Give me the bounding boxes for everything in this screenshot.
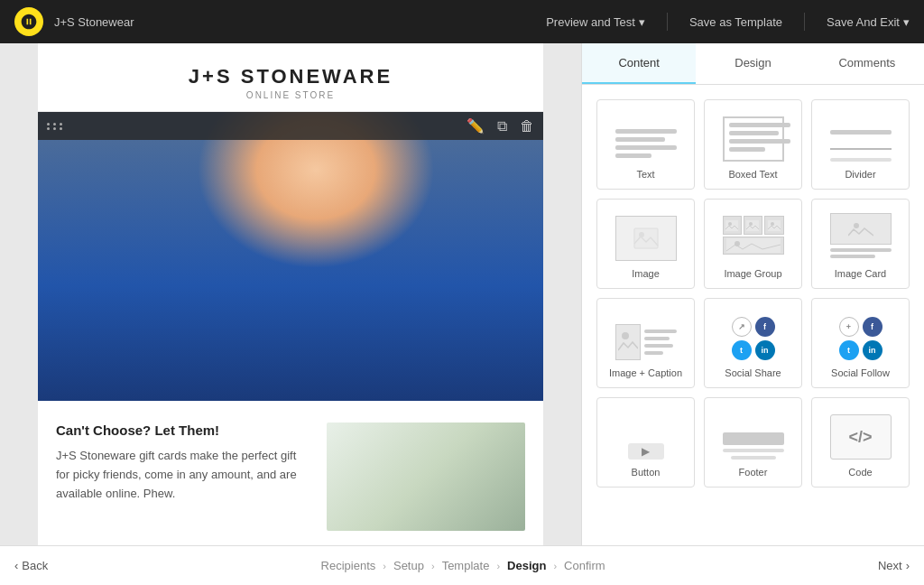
email-canvas: J+S STONEWARE ONLINE STORE ✏️ ⧉ 🗑	[38, 43, 543, 509]
image-caption-preview-icon	[615, 324, 677, 360]
save-and-exit-button[interactable]: Save And Exit ▾	[827, 15, 910, 29]
block-image-caption[interactable]: Image + Caption	[596, 298, 695, 388]
content-block: Can't Choose? Let Them! J+S Stoneware gi…	[38, 401, 543, 545]
progress-steps: Recipients › Setup › Template › Design ›…	[48, 559, 878, 572]
block-code[interactable]: </> Code	[811, 397, 910, 488]
tab-comments[interactable]: Comments	[810, 43, 924, 84]
divider-preview-icon	[830, 130, 892, 162]
step-template[interactable]: Template	[442, 559, 490, 572]
back-arrow-icon: ‹	[14, 559, 18, 572]
step-confirm[interactable]: Confirm	[564, 559, 605, 572]
main-area: J+S STONEWARE ONLINE STORE ✏️ ⧉ 🗑	[0, 43, 924, 545]
duplicate-icon[interactable]: ⧉	[497, 118, 507, 135]
nav-divider-2	[804, 13, 805, 31]
svg-point-7	[771, 222, 774, 226]
top-navigation: J+S Stonewear Preview and Test ▾ Save as…	[0, 0, 924, 43]
code-preview-icon: </>	[830, 414, 892, 460]
email-hero-image	[38, 112, 543, 401]
block-divider[interactable]: Divider	[811, 99, 910, 190]
block-text-label: Text	[636, 169, 654, 180]
block-footer[interactable]: Footer	[704, 397, 802, 488]
block-text[interactable]: Text	[596, 99, 695, 190]
chevron-down-icon-2: ▾	[903, 15, 910, 29]
content-blocks-grid: Text Boxed Text Divider	[582, 85, 924, 502]
step-design[interactable]: Design	[507, 559, 546, 572]
step-recipients[interactable]: Recipients	[321, 559, 376, 572]
text-preview-icon	[615, 129, 677, 162]
content-left: Can't Choose? Let Them! J+S Stoneware gi…	[56, 422, 309, 531]
svg-rect-10	[848, 219, 873, 239]
step-setup[interactable]: Setup	[393, 559, 424, 572]
block-social-share[interactable]: ↗ f t in Social Share	[704, 298, 802, 388]
block-boxed-text-label: Boxed Text	[728, 169, 777, 180]
email-brand-name: J+S STONEWARE	[38, 65, 543, 88]
block-button-label: Button	[632, 467, 661, 478]
image-block[interactable]: ✏️ ⧉ 🗑	[38, 112, 543, 401]
nav-divider	[667, 13, 668, 31]
svg-point-5	[749, 222, 753, 226]
block-image-card[interactable]: Image Card	[811, 199, 910, 289]
top-nav-actions: Preview and Test ▾ Save as Template Save…	[546, 13, 910, 31]
svg-point-3	[728, 222, 732, 226]
block-image-label: Image	[632, 268, 660, 279]
button-preview-icon: ▶	[615, 443, 677, 460]
block-image[interactable]: Image	[596, 199, 695, 289]
hero-image-bg	[38, 112, 543, 401]
email-canvas-area: J+S STONEWARE ONLINE STORE ✏️ ⧉ 🗑	[0, 43, 581, 545]
drag-handle[interactable]	[47, 123, 64, 130]
preview-and-test-button[interactable]: Preview and Test ▾	[546, 15, 645, 29]
block-image-group-label: Image Group	[724, 268, 781, 279]
email-header: J+S STONEWARE ONLINE STORE	[38, 43, 543, 112]
footer-preview-icon	[723, 432, 784, 460]
save-as-template-button[interactable]: Save as Template	[689, 15, 782, 29]
svg-point-13	[622, 332, 629, 339]
svg-rect-6	[768, 220, 781, 231]
panel-tabs: Content Design Comments	[582, 43, 924, 85]
mailchimp-logo	[14, 7, 43, 36]
image-card-preview-icon	[830, 213, 892, 261]
next-arrow-icon: ›	[906, 559, 910, 572]
step-arrow-1: ›	[383, 561, 386, 571]
image-preview-icon	[615, 216, 677, 261]
block-social-share-label: Social Share	[725, 367, 781, 378]
delete-icon[interactable]: 🗑	[520, 118, 534, 135]
block-boxed-text[interactable]: Boxed Text	[704, 99, 802, 190]
right-panel: Content Design Comments Text	[581, 43, 924, 545]
edit-icon[interactable]: ✏️	[467, 117, 485, 135]
block-divider-label: Divider	[845, 169, 875, 180]
social-share-preview-icon: ↗ f t in	[732, 317, 775, 360]
email-brand-sub: ONLINE STORE	[38, 90, 543, 100]
svg-rect-12	[618, 329, 638, 356]
block-image-caption-label: Image + Caption	[609, 367, 682, 378]
block-image-group[interactable]: Image Group	[704, 199, 802, 289]
content-image	[327, 422, 525, 531]
svg-rect-0	[634, 228, 658, 248]
block-image-card-label: Image Card	[835, 268, 886, 279]
step-arrow-3: ›	[496, 561, 500, 571]
block-code-label: Code	[848, 467, 872, 478]
social-follow-preview-icon: + f t in	[839, 317, 882, 360]
brand-label: J+S Stonewear	[54, 15, 546, 29]
bottom-navigation: ‹ Back Recipients › Setup › Template › D…	[0, 545, 924, 585]
image-block-toolbar: ✏️ ⧉ 🗑	[38, 112, 543, 140]
content-heading: Can't Choose? Let Them!	[56, 422, 309, 438]
chevron-down-icon: ▾	[639, 15, 645, 29]
image-group-preview-icon	[723, 216, 784, 261]
step-arrow-4: ›	[553, 561, 557, 571]
boxed-text-preview-icon	[723, 116, 784, 162]
block-social-follow[interactable]: + f t in Social Follow	[811, 298, 910, 388]
tab-design[interactable]: Design	[696, 43, 809, 84]
content-body: J+S Stoneware gift cards make the perfec…	[56, 447, 309, 503]
tab-content[interactable]: Content	[582, 43, 696, 84]
block-button[interactable]: ▶ Button	[596, 397, 695, 488]
next-button[interactable]: Next ›	[878, 559, 910, 572]
back-button[interactable]: ‹ Back	[14, 559, 48, 572]
svg-point-11	[854, 223, 859, 228]
block-social-follow-label: Social Follow	[831, 367, 890, 378]
step-arrow-2: ›	[431, 561, 435, 571]
block-footer-label: Footer	[739, 467, 768, 478]
svg-rect-2	[725, 220, 738, 231]
svg-rect-4	[746, 220, 759, 231]
